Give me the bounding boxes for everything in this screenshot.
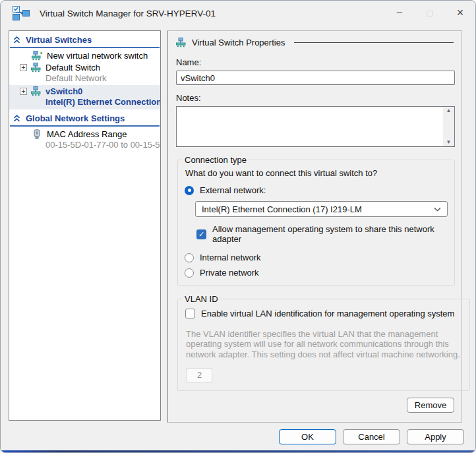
remove-button-row: Remove: [176, 398, 455, 413]
internal-network-option[interactable]: Internal network: [185, 253, 448, 262]
external-network-option[interactable]: External network:: [185, 185, 448, 195]
internal-network-label: Internal network: [200, 253, 261, 262]
vlan-id-label: VLAN ID: [183, 294, 220, 304]
tree-item-vswitch0[interactable]: + vSwitch0: [9, 86, 160, 97]
tree-item-subtitle: 00-15-5D-01-77-00 to 00-15-5D-0...: [9, 140, 160, 150]
chevron-down-icon: [434, 207, 441, 212]
collapse-chevrons-icon: [13, 115, 20, 122]
window-title: Virtual Switch Manager for SRV-HYPERV-01: [40, 9, 216, 18]
title-bar: Virtual Switch Manager for SRV-HYPERV-01…: [1, 1, 475, 26]
radio-unselected-icon[interactable]: [185, 253, 194, 262]
tree-item-mac-address-range[interactable]: MAC Address Range: [9, 129, 160, 140]
adapter-dropdown[interactable]: Intel(R) Ethernet Connection (17) I219-L…: [195, 201, 448, 217]
connection-type-label: Connection type: [183, 155, 249, 165]
properties-header: Virtual Switch Properties: [176, 35, 455, 49]
close-button[interactable]: ×: [445, 1, 475, 24]
dialog-footer: OK Cancel Apply: [279, 429, 464, 444]
section-divider: [10, 47, 160, 48]
virtual-switch-icon: [30, 86, 42, 96]
switch-tree-panel: Virtual Switches New virtual network swi…: [9, 30, 161, 421]
ok-button[interactable]: OK: [279, 429, 336, 444]
external-network-label: External network:: [200, 185, 266, 195]
notes-scrollbar[interactable]: ▲ ▼: [443, 107, 454, 146]
section-label: Virtual Switches: [26, 35, 92, 45]
mac-address-icon: [31, 129, 43, 139]
enable-vlan-label: Enable virtual LAN identification for ma…: [201, 309, 454, 318]
share-adapter-option[interactable]: ✓ Allow management operating system to s…: [196, 224, 448, 244]
maximize-button[interactable]: □: [415, 1, 445, 24]
new-switch-icon: [31, 51, 43, 61]
tree-item-label: MAC Address Range: [45, 129, 127, 139]
tree-item-subtitle: Intel(R) Ethernet Connection ...: [9, 97, 160, 107]
notes-label: Notes:: [176, 93, 455, 103]
vlan-id-input: [187, 368, 212, 382]
radio-selected-icon[interactable]: [185, 186, 194, 195]
name-label: Name:: [176, 57, 455, 67]
notes-input[interactable]: [177, 107, 443, 146]
connection-type-group: Connection type What do you want to conn…: [177, 155, 455, 286]
private-network-option[interactable]: Private network: [185, 268, 448, 278]
name-input[interactable]: [176, 71, 455, 85]
expand-plus-icon[interactable]: +: [20, 64, 27, 71]
properties-header-label: Virtual Switch Properties: [192, 38, 285, 47]
checkbox-unchecked-icon[interactable]: [185, 309, 195, 318]
vlan-id-group: VLAN ID Enable virtual LAN identificatio…: [177, 294, 470, 391]
tree-item-label: New virtual network switch: [45, 51, 148, 61]
adapter-dropdown-value: Intel(R) Ethernet Connection (17) I219-L…: [202, 204, 434, 214]
header-rule: [294, 42, 454, 43]
scroll-down-icon[interactable]: ▼: [446, 140, 452, 145]
hyperv-manager-icon: [13, 6, 30, 20]
minimize-button[interactable]: –: [384, 1, 415, 24]
section-global-network-settings[interactable]: Global Network Settings: [9, 112, 160, 125]
connection-question: What do you want to connect this virtual…: [185, 168, 448, 178]
virtual-switch-icon: [30, 63, 42, 73]
properties-pane: Virtual Switch Properties Name: Notes: ▲…: [167, 30, 462, 423]
section-divider: [10, 125, 160, 127]
share-adapter-label: Allow management operating system to sha…: [212, 224, 448, 244]
scroll-up-icon[interactable]: ▲: [446, 108, 452, 113]
virtual-switch-manager-window: Virtual Switch Manager for SRV-HYPERV-01…: [0, 0, 476, 453]
remove-button[interactable]: Remove: [407, 398, 454, 413]
window-controls: – □ ×: [384, 1, 475, 26]
expand-plus-icon[interactable]: +: [20, 88, 27, 95]
private-network-label: Private network: [200, 268, 259, 278]
enable-vlan-option[interactable]: Enable virtual LAN identification for ma…: [185, 309, 463, 318]
selected-tree-item-block: + vSwitch0 Intel(R) Ethernet Connection …: [9, 85, 160, 109]
tree-item-label: vSwitch0: [44, 86, 82, 96]
apply-button[interactable]: Apply: [407, 429, 464, 444]
tree-item-subtitle: Default Network: [9, 73, 160, 84]
tree-item-default-switch[interactable]: + Default Switch: [9, 62, 160, 73]
virtual-switch-icon: [176, 38, 186, 47]
vlan-description: The VLAN identifier specifies the virtua…: [186, 329, 463, 359]
tree-item-label: Default Switch: [44, 63, 100, 73]
section-virtual-switches[interactable]: Virtual Switches: [9, 34, 160, 46]
collapse-chevrons-icon: [13, 36, 20, 44]
notes-field: ▲ ▼: [176, 106, 455, 147]
checkbox-checked-icon[interactable]: ✓: [196, 229, 206, 239]
tree-item-new-virtual-switch[interactable]: New virtual network switch: [9, 50, 160, 61]
cancel-button[interactable]: Cancel: [343, 429, 400, 444]
section-label: Global Network Settings: [26, 113, 125, 123]
radio-unselected-icon[interactable]: [185, 268, 194, 278]
